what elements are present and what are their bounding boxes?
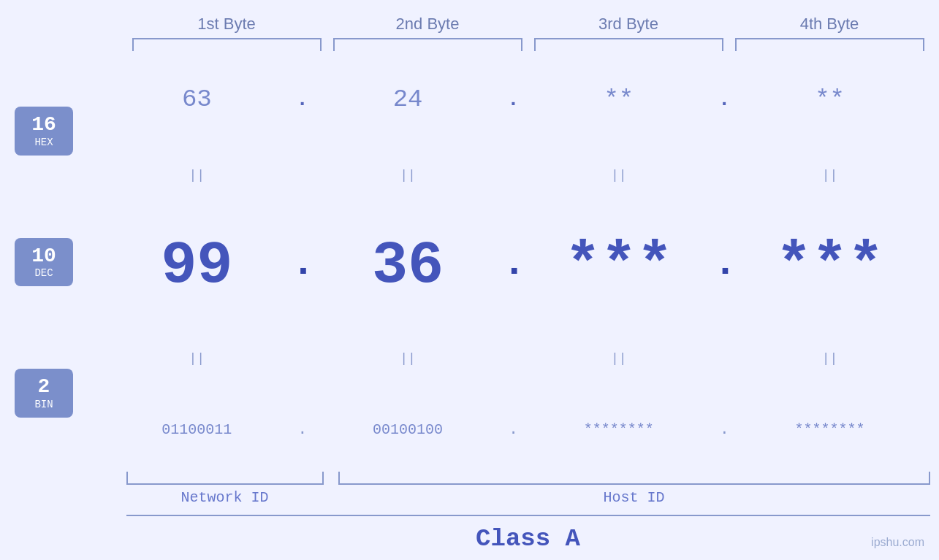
hex-b4: ** bbox=[735, 85, 924, 113]
dec-sep2: . bbox=[503, 244, 525, 289]
byte2-header: 2nd Byte bbox=[327, 15, 528, 34]
dec-row: 99 . 36 . *** . *** bbox=[102, 237, 924, 296]
vsep2-b3: || bbox=[525, 351, 714, 366]
id-labels: Network ID Host ID bbox=[126, 489, 930, 506]
bin-sep3: . bbox=[713, 421, 735, 439]
hex-sep3: . bbox=[713, 88, 735, 111]
hex-b2: 24 bbox=[313, 85, 503, 113]
bin-name: BIN bbox=[25, 399, 63, 410]
data-area: 63 . 24 . ** . ** || || || || 99 bbox=[102, 58, 939, 466]
bracket-byte4 bbox=[735, 38, 924, 51]
bottom-section: Network ID Host ID bbox=[126, 469, 930, 506]
bracket-byte1 bbox=[132, 38, 322, 51]
bracket-byte3 bbox=[534, 38, 723, 51]
dec-b4: *** bbox=[735, 237, 924, 296]
hex-b1: 63 bbox=[102, 85, 292, 113]
hex-badge: 16 HEX bbox=[15, 107, 73, 156]
hex-name: HEX bbox=[25, 137, 63, 148]
vsep2-b1: || bbox=[102, 351, 292, 366]
host-id-label: Host ID bbox=[338, 489, 930, 506]
vsep1-b3: || bbox=[525, 168, 714, 183]
dec-b3: *** bbox=[525, 237, 714, 296]
dec-badge: 10 DEC bbox=[15, 238, 73, 287]
hex-row: 63 . 24 . ** . ** bbox=[102, 85, 924, 113]
bin-sep2: . bbox=[503, 421, 525, 439]
bin-b1: 01100011 bbox=[102, 421, 292, 438]
dec-sep1: . bbox=[292, 244, 313, 289]
byte1-header: 1st Byte bbox=[126, 15, 327, 34]
dec-name: DEC bbox=[25, 267, 63, 279]
main-container: 1st Byte 2nd Byte 3rd Byte 4th Byte 16 H… bbox=[0, 0, 939, 560]
vsep-row-2: || || || || bbox=[102, 351, 924, 366]
network-id-bracket bbox=[126, 472, 324, 485]
vsep1-b1: || bbox=[102, 168, 292, 183]
bin-b2: 00100100 bbox=[313, 421, 503, 438]
dec-b1: 99 bbox=[102, 237, 292, 296]
bin-badge: 2 BIN bbox=[15, 369, 73, 418]
vsep2-b4: || bbox=[735, 351, 924, 366]
byte3-header: 3rd Byte bbox=[528, 15, 729, 34]
vsep2-b2: || bbox=[313, 351, 503, 366]
dec-sep3: . bbox=[713, 244, 735, 289]
bin-b3: ******** bbox=[525, 421, 714, 438]
bin-row: 01100011 . 00100100 . ******** . *******… bbox=[102, 421, 924, 439]
vsep1-b4: || bbox=[735, 168, 924, 183]
label-gap bbox=[324, 489, 338, 506]
hex-sep1: . bbox=[292, 88, 313, 111]
network-id-label: Network ID bbox=[126, 489, 324, 506]
base-labels-column: 16 HEX 10 DEC 2 BIN bbox=[0, 58, 102, 466]
class-label: Class A bbox=[476, 525, 580, 553]
dec-number: 10 bbox=[25, 245, 63, 268]
hex-sep2: . bbox=[503, 88, 525, 111]
bin-b4: ******** bbox=[735, 421, 924, 438]
bin-sep1: . bbox=[292, 421, 313, 439]
byte4-header: 4th Byte bbox=[729, 15, 930, 34]
watermark: ipshu.com bbox=[871, 536, 924, 549]
hex-b3: ** bbox=[525, 85, 714, 113]
bottom-brackets bbox=[126, 469, 930, 485]
hex-number: 16 bbox=[25, 114, 63, 137]
dec-b2: 36 bbox=[313, 237, 503, 296]
host-id-bracket bbox=[338, 472, 930, 485]
vsep-row-1: || || || || bbox=[102, 168, 924, 183]
class-row: Class A bbox=[126, 515, 930, 560]
bin-number: 2 bbox=[25, 376, 63, 399]
bracket-byte2 bbox=[333, 38, 522, 51]
vsep1-b2: || bbox=[313, 168, 503, 183]
